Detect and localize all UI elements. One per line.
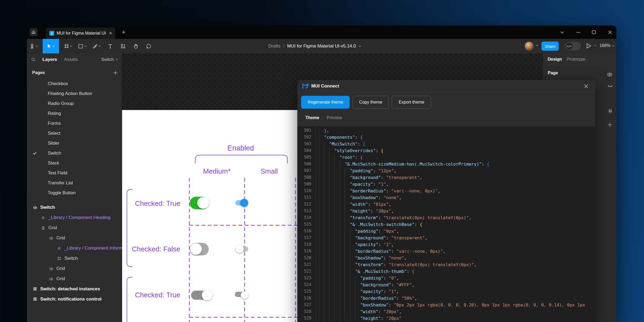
minimize-button[interactable]	[574, 28, 583, 37]
page-item-transfer-list[interactable]: Transfer List	[27, 178, 122, 188]
canvas-row-label[interactable]: Checked: True	[127, 291, 180, 299]
code-line-505[interactable]: 505"root": {	[297, 154, 595, 161]
zoom-menu[interactable]: 168%	[599, 43, 615, 48]
file-tab[interactable]: MUI for Figma Material UI-v5.14.0 ✕	[46, 28, 115, 39]
export-theme-button[interactable]: Export theme	[392, 96, 431, 109]
column-group-bracket[interactable]	[195, 155, 288, 163]
canvas-column-label-small[interactable]: Small	[242, 167, 296, 175]
tab-preview[interactable]: Preview	[327, 115, 342, 120]
page-item-switch[interactable]: Switch	[27, 148, 122, 158]
code-line-501[interactable]: 501},	[297, 127, 595, 134]
plus-icon[interactable]	[607, 122, 613, 128]
tab-layers[interactable]: Layers	[42, 57, 57, 62]
shape-tool-button[interactable]	[75, 39, 89, 53]
page-item-rating[interactable]: Rating	[27, 108, 122, 118]
hand-tool-button[interactable]	[131, 39, 141, 53]
layer-item-grid[interactable]: Grid	[27, 274, 122, 284]
layer-item-grid[interactable]: Grid	[27, 233, 122, 243]
canvas-column-label-medium[interactable]: Medium*	[190, 167, 244, 175]
pen-tool-button[interactable]	[90, 39, 104, 53]
code-line-526[interactable]: 526"borderRadius": "50%",	[297, 295, 595, 302]
code-line-511[interactable]: 511"boxShadow": "none",	[297, 194, 595, 201]
code-line-528[interactable]: 528"width": "20px",	[297, 308, 595, 315]
home-button[interactable]	[30, 28, 38, 36]
main-menu-button[interactable]	[27, 39, 41, 53]
page-item-slider[interactable]: Slider	[27, 138, 122, 148]
actions-tool-button[interactable]	[118, 39, 128, 53]
code-line-518[interactable]: 518"opacity": "1",	[297, 241, 595, 248]
canvas-frame[interactable]	[122, 110, 299, 322]
code-line-506[interactable]: 506"&.MuiSwitch-sizeMedium:has(.MuiSwitc…	[297, 161, 595, 167]
code-line-521[interactable]: 521"transform": "translateX(0px) transla…	[297, 261, 595, 268]
code-line-522[interactable]: 522"& .MuiSwitch-thumb": {	[297, 268, 595, 275]
layer-item-switch-detached-instances[interactable]: Switch: detached instances	[27, 284, 122, 294]
comment-tool-button[interactable]	[144, 39, 154, 53]
breadcrumb-file-title[interactable]: MUI for Figma Material UI-v5.14.0	[287, 43, 356, 49]
page-item-text-field[interactable]: Text Field	[27, 168, 122, 178]
code-line-508[interactable]: 508"background": "transparent",	[297, 174, 595, 181]
avatar[interactable]	[525, 42, 534, 51]
chevron-down-icon[interactable]	[594, 45, 597, 46]
close-window-button[interactable]	[605, 28, 614, 37]
tab-prototype[interactable]: Prototype	[567, 57, 585, 62]
eye-closed-icon[interactable]	[607, 83, 613, 89]
layer-item-switch[interactable]: Switch	[27, 203, 122, 213]
code-line-510[interactable]: 510"borderRadius": "var(--none, 0px)",	[297, 188, 595, 194]
add-page-button[interactable]	[114, 71, 118, 75]
sliders-icon[interactable]	[607, 108, 613, 114]
tab-list-chevron-icon[interactable]	[558, 28, 567, 37]
code-line-523[interactable]: 523"padding": "0",	[297, 275, 595, 281]
tab-theme[interactable]: Theme	[305, 115, 319, 120]
page-item-floating-action-button[interactable]: Floating Action Button	[27, 89, 122, 98]
code-line-515[interactable]: 515"& .MuiSwitch-switchBase": {	[297, 221, 595, 228]
page-item-radio-group[interactable]: Radio Group	[27, 98, 122, 108]
frame-tool-button[interactable]	[61, 39, 75, 53]
code-line-529[interactable]: 529"height": "20px"	[297, 315, 595, 322]
code-line-513[interactable]: 513"height": "38px",	[297, 208, 595, 214]
code-line-527[interactable]: 527"boxShadow": "0px 2px 1px rgba(0, 0, …	[297, 302, 595, 308]
share-button[interactable]: Share	[541, 42, 559, 51]
code-line-520[interactable]: 520"boxShadow": "none",	[297, 255, 595, 261]
copy-theme-button[interactable]: Copy theme	[353, 96, 389, 109]
chevron-down-icon[interactable]	[536, 45, 538, 46]
tab-design[interactable]: Design	[548, 57, 562, 62]
code-line-509[interactable]: 509"opacity": "1",	[297, 181, 595, 188]
new-tab-button[interactable]	[120, 29, 127, 36]
search-icon[interactable]	[31, 57, 35, 62]
chevron-down-icon[interactable]	[358, 45, 361, 47]
layer-item-grid[interactable]: Grid	[27, 223, 122, 233]
breadcrumb-location[interactable]: Drafts	[268, 43, 280, 49]
code-line-502[interactable]: 502"components": {	[297, 134, 595, 141]
tab-close-icon[interactable]: ✕	[109, 31, 112, 36]
code-line-524[interactable]: 524"background": "#FFF",	[297, 281, 595, 288]
layer-item-library-component-heading[interactable]: _Library / Component Heading	[27, 213, 122, 223]
page-item-toggle-button[interactable]: Toggle Button	[27, 188, 122, 198]
layer-item-switch-notifications-control[interactable]: Switch: notifications control	[27, 294, 122, 305]
code-line-503[interactable]: 503"MuiSwitch": {	[297, 141, 595, 147]
code-line-517[interactable]: 517"background": "transparent",	[297, 235, 595, 241]
present-button[interactable]	[586, 43, 591, 49]
page-selector[interactable]: Switch	[101, 57, 118, 62]
layer-item-grid[interactable]: Grid	[27, 264, 122, 274]
page-item-checkbox[interactable]: Checkbox	[27, 79, 122, 89]
close-dialog-icon[interactable]	[583, 83, 589, 89]
row-group-bracket[interactable]	[127, 277, 133, 322]
code-line-514[interactable]: 514"transform": "translateX(0px) transla…	[297, 214, 595, 221]
page-item-forms[interactable]: Forms	[27, 118, 122, 128]
canvas-group-label[interactable]: Enabled	[214, 144, 268, 152]
theme-code-editor[interactable]: 501},502"components": {503"MuiSwitch": {…	[297, 126, 595, 322]
code-line-507[interactable]: 507"padding": "12px",	[297, 167, 595, 174]
canvas-row-label[interactable]: Checked: False	[127, 245, 180, 253]
code-line-525[interactable]: 525"opacity": "1",	[297, 288, 595, 295]
styles-icon[interactable]	[607, 72, 613, 78]
layer-item-library-component-information[interactable]: _Library / Component Information	[27, 243, 122, 254]
code-line-519[interactable]: 519"borderRadius": "var(--none, 0px)",	[297, 248, 595, 255]
dev-mode-toggle[interactable]: </>	[565, 42, 581, 50]
move-tool-button[interactable]	[43, 39, 59, 53]
page-item-select[interactable]: Select	[27, 128, 122, 138]
tab-assets[interactable]: Assets	[64, 57, 78, 62]
regenerate-theme-button[interactable]: Regenerate theme	[301, 96, 350, 109]
code-line-512[interactable]: 512"width": "81px",	[297, 201, 595, 208]
code-line-516[interactable]: 516"padding": "9px",	[297, 228, 595, 235]
text-tool-button[interactable]	[105, 39, 115, 53]
